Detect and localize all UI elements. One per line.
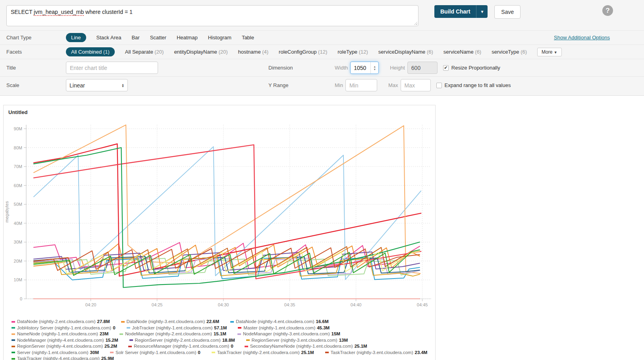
chevron-down-icon: ▼ <box>373 68 376 71</box>
legend-item: SecondaryNameNode (nightly-1.ent.clouder… <box>245 343 367 350</box>
facets-row: Facets All Combined (1)All Separate (20)… <box>0 45 644 59</box>
facet-count: (20) <box>218 49 228 55</box>
legend-marker <box>12 358 15 360</box>
y-axis-title: megabytes <box>4 201 9 223</box>
chart-type-option-stack-area[interactable]: Stack Area <box>96 35 121 41</box>
facets-more-button[interactable]: More ▼ <box>537 48 562 56</box>
chart-type-option-histogram[interactable]: Histogram <box>208 35 231 41</box>
y-max-input[interactable] <box>401 79 431 91</box>
chart-type-option-scatter[interactable]: Scatter <box>150 35 166 41</box>
legend-row: NameNode (nightly-1.ent.cloudera.com)23M… <box>12 331 431 337</box>
svg-text:04:20: 04:20 <box>85 302 96 307</box>
min-label: Min <box>335 82 343 88</box>
select-arrows-icon: ▲▼ <box>121 83 124 87</box>
svg-text:80M: 80M <box>14 145 22 150</box>
legend-item: NodeManager (nightly-3.ent.cloudera.com)… <box>237 331 340 337</box>
svg-text:0: 0 <box>20 296 22 301</box>
facet-count: (6) <box>427 49 433 55</box>
legend-row: TaskTracker (nightly-4.ent.cloudera.com)… <box>12 356 431 360</box>
scale-select[interactable]: Linear ▲▼ <box>66 79 128 91</box>
chart-type-option-table[interactable]: Table <box>242 35 254 41</box>
width-stepper[interactable]: ▲▼ <box>370 62 378 74</box>
facet-option-roletype[interactable]: roleType (12) <box>337 49 368 55</box>
legend-item: DataNode (nightly-3.ent.cloudera.com)22.… <box>121 319 220 325</box>
legend-marker <box>12 352 15 353</box>
legend-marker <box>120 333 123 335</box>
svg-text:04:30: 04:30 <box>218 302 229 307</box>
svg-text:90M: 90M <box>14 126 22 131</box>
facet-option-roleconfiggroup[interactable]: roleConfigGroup (12) <box>279 49 327 55</box>
chart-type-option-heatmap[interactable]: Heatmap <box>177 35 198 41</box>
series-line-5 <box>34 144 421 276</box>
facet-option-servicename[interactable]: serviceName (6) <box>443 49 481 55</box>
legend-item: ResourceManager (nightly-1.ent.cloudera.… <box>128 343 233 350</box>
dimension-label: Dimension <box>268 65 335 71</box>
tsquery-input[interactable]: SELECT jvm_heap_used_mb where clusterId … <box>6 5 418 26</box>
facet-option-hostname[interactable]: hostname (4) <box>238 49 269 55</box>
legend-marker <box>12 327 15 329</box>
show-additional-options-link[interactable]: Show Additional Options <box>554 35 610 41</box>
height-input <box>407 62 438 74</box>
svg-text:04:40: 04:40 <box>351 302 362 307</box>
legend-item: RegionServer (nightly-4.ent.cloudera.com… <box>12 343 117 350</box>
svg-text:50M: 50M <box>14 202 22 207</box>
resize-proportionally-option[interactable]: ✔ Resize Proportionally <box>443 65 500 71</box>
help-icon[interactable]: ? <box>602 5 613 16</box>
svg-text:20M: 20M <box>14 259 22 263</box>
y-min-input[interactable] <box>345 79 377 91</box>
height-label: Height <box>390 65 405 71</box>
facet-option-all-combined[interactable]: All Combined (1) <box>66 47 115 56</box>
width-label: Width <box>335 65 348 71</box>
resize-proportionally-label: Resize Proportionally <box>451 65 500 71</box>
save-button[interactable]: Save <box>494 5 521 19</box>
facet-options: All Combined (1)All Separate (20)entityD… <box>66 47 527 56</box>
textarea-resize-grip[interactable] <box>413 21 417 25</box>
chevron-down-icon: ▼ <box>480 10 484 14</box>
facet-count: (6) <box>521 49 527 55</box>
chart-type-option-line[interactable]: Line <box>66 33 86 42</box>
legend-marker <box>230 321 234 323</box>
legend-marker <box>12 339 15 341</box>
width-input[interactable] <box>351 62 370 74</box>
line-chart: 010M20M30M40M50M60M70M80M90M04:2004:2504… <box>4 116 435 317</box>
build-chart-button[interactable]: Build Chart ▼ <box>434 5 488 18</box>
chart-type-option-bar[interactable]: Bar <box>131 35 139 41</box>
resize-proportionally-checkbox[interactable]: ✔ <box>443 65 449 71</box>
legend-item: JobTracker (nightly-1.ent.cloudera.com)5… <box>127 325 227 331</box>
facet-option-servicetype[interactable]: serviceType (6) <box>492 49 527 55</box>
legend-marker <box>245 346 248 347</box>
facet-option-all-separate[interactable]: All Separate (20) <box>125 49 164 55</box>
legend-item: DataNode (nightly-2.ent.cloudera.com)27.… <box>12 319 110 325</box>
facet-count: (12) <box>359 49 368 55</box>
legend-item: TaskTracker (nightly-3.ent.cloudera.com)… <box>325 350 428 356</box>
facets-label: Facets <box>6 49 66 55</box>
svg-text:70M: 70M <box>14 164 22 169</box>
legend-item: RegionServer (nightly-3.ent.cloudera.com… <box>246 337 348 344</box>
legend-item: Solr Server (nightly-1.ent.cloudera.com)… <box>110 350 201 356</box>
legend-item: TaskTracker (nightly-2.ent.cloudera.com)… <box>212 350 314 356</box>
chart-title-input[interactable] <box>66 62 158 74</box>
legend-item: RegionServer (nightly-2.ent.cloudera.com… <box>129 337 235 344</box>
facet-count: (4) <box>262 49 268 55</box>
build-chart-dropdown[interactable]: ▼ <box>476 5 488 18</box>
chart-type-row: Chart Type LineStack AreaBarScatterHeatm… <box>0 30 644 45</box>
facet-option-entitydisplayname[interactable]: entityDisplayName (20) <box>174 49 228 55</box>
legend-item: JobHistory Server (nightly-1.ent.clouder… <box>12 325 116 331</box>
legend-marker <box>110 352 114 353</box>
legend-item: Master (nightly-1.ent.cloudera.com)45.3M <box>238 325 330 331</box>
expand-range-checkbox[interactable] <box>436 83 442 88</box>
facet-count: (6) <box>475 49 481 55</box>
query-text-where: where clusterId = 1 <box>84 9 133 15</box>
legend-marker <box>128 346 132 347</box>
legend-marker <box>325 352 329 353</box>
facet-count: (20) <box>154 49 164 55</box>
legend-item: NodeManager (nightly-2.ent.cloudera.com)… <box>120 331 226 337</box>
svg-text:04:25: 04:25 <box>152 302 163 307</box>
facet-option-servicedisplayname[interactable]: serviceDisplayName (6) <box>378 49 433 55</box>
legend-row: RegionServer (nightly-4.ent.cloudera.com… <box>12 343 431 350</box>
legend-item: NameNode (nightly-1.ent.cloudera.com)23M <box>12 331 108 337</box>
svg-text:40M: 40M <box>14 221 22 226</box>
expand-range-option[interactable]: Expand range to fit all values <box>436 82 511 88</box>
build-chart-label: Build Chart <box>434 5 476 18</box>
svg-text:10M: 10M <box>14 277 22 282</box>
